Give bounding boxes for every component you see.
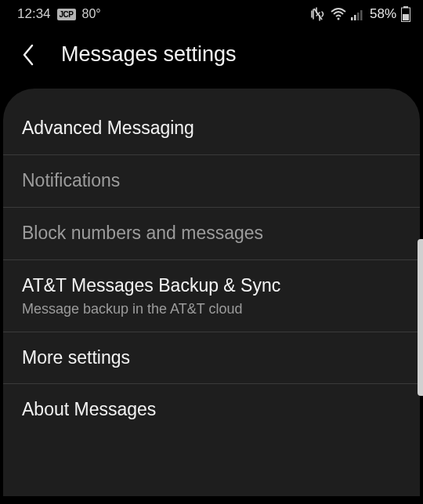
- svg-line-0: [314, 9, 322, 20]
- status-bar: 12:34 JCP 80° 58%: [0, 0, 423, 28]
- status-temperature: 80°: [82, 7, 101, 21]
- vibrate-icon: [310, 7, 326, 21]
- svg-rect-5: [360, 10, 363, 20]
- svg-rect-2: [351, 17, 353, 20]
- setting-title: About Messages: [22, 398, 401, 422]
- setting-notifications[interactable]: Notifications: [3, 155, 420, 208]
- status-time: 12:34: [17, 6, 51, 22]
- svg-rect-4: [357, 13, 360, 20]
- chevron-left-icon: [21, 43, 35, 67]
- svg-point-1: [337, 18, 339, 20]
- status-bar-right: 58%: [310, 6, 410, 22]
- setting-about-messages[interactable]: About Messages: [3, 384, 420, 436]
- setting-att-backup-sync[interactable]: AT&T Messages Backup & Sync Message back…: [3, 260, 420, 332]
- header: Messages settings: [0, 28, 423, 89]
- status-bar-left: 12:34 JCP 80°: [17, 6, 101, 22]
- svg-rect-3: [354, 15, 356, 20]
- setting-title: Notifications: [22, 169, 401, 193]
- battery-percentage: 58%: [370, 6, 396, 22]
- signal-icon: [351, 9, 365, 20]
- setting-subtitle: Message backup in the AT&T cloud: [22, 301, 401, 317]
- setting-title: More settings: [22, 346, 401, 370]
- setting-title: Block numbers and messages: [22, 222, 401, 245]
- page-title: Messages settings: [61, 42, 237, 67]
- setting-title: Advanced Messaging: [22, 117, 401, 140]
- back-button[interactable]: [17, 44, 39, 66]
- wifi-icon: [331, 8, 346, 20]
- svg-rect-8: [403, 14, 409, 20]
- settings-panel: Advanced Messaging Notifications Block n…: [3, 89, 420, 496]
- jcp-badge: JCP: [57, 9, 76, 20]
- battery-icon: [401, 6, 410, 22]
- scrollbar-thumb[interactable]: [418, 239, 423, 396]
- setting-block-numbers[interactable]: Block numbers and messages: [3, 208, 420, 260]
- setting-more-settings[interactable]: More settings: [3, 332, 420, 385]
- setting-title: AT&T Messages Backup & Sync: [22, 274, 401, 298]
- setting-advanced-messaging[interactable]: Advanced Messaging: [3, 103, 420, 155]
